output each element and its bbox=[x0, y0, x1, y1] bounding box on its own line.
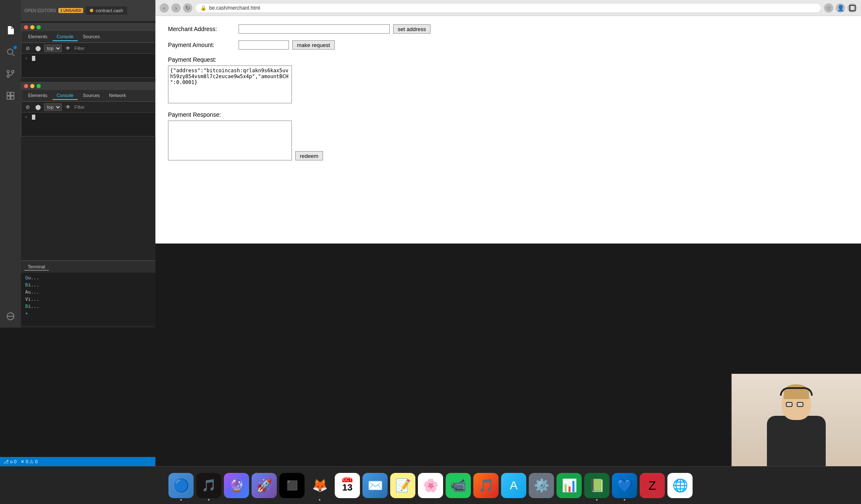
payment-amount-row: Payment Amount: make request bbox=[168, 40, 848, 50]
tab-network-bottom[interactable]: Network bbox=[105, 92, 130, 100]
eye-btn-top[interactable]: 👁 bbox=[64, 45, 72, 52]
dock-zotero[interactable]: Z bbox=[640, 473, 665, 498]
tab-sources-bottom[interactable]: Sources bbox=[79, 92, 104, 100]
minimize-btn-top[interactable] bbox=[30, 25, 34, 29]
devtools-toolbar-top: ⊘ ⬤ top 👁 Filter bbox=[21, 43, 155, 54]
dock-numbers[interactable]: 📊 bbox=[556, 473, 582, 498]
warning-count: 0 bbox=[35, 459, 37, 464]
glasses-left bbox=[786, 402, 793, 407]
webcam-person bbox=[732, 374, 861, 466]
browser-window: ‹ › ↻ 🔒 be.cash/merchant.html ☆ 👤 🔲 Merc… bbox=[155, 0, 861, 244]
refresh-button[interactable]: ↻ bbox=[183, 3, 192, 13]
dock-firefox[interactable]: 🦊 bbox=[307, 473, 332, 498]
maximize-btn-bottom[interactable] bbox=[37, 84, 41, 88]
dock-dot-vscode bbox=[624, 499, 625, 501]
minimize-btn-bottom[interactable] bbox=[30, 84, 34, 88]
terminal-tab-item[interactable]: Terminal bbox=[24, 263, 49, 270]
dock-music[interactable]: 🎵 bbox=[473, 473, 499, 498]
tab-elements-bottom[interactable]: Elements bbox=[24, 92, 52, 100]
merchant-address-input[interactable] bbox=[239, 24, 390, 34]
terminal-add-line[interactable]: + bbox=[25, 311, 151, 316]
macos-dock: 🔵 🎵 🔮 🚀 ⬛ 🦊 OCT 13 ✉️ 📝 🌸 📹 🎵 A bbox=[0, 466, 861, 504]
dock-chrome[interactable]: 🌐 bbox=[667, 473, 693, 498]
stop-btn-bottom[interactable]: ⬤ bbox=[34, 103, 42, 111]
frame-select-top[interactable]: top bbox=[44, 45, 62, 52]
clear-console-btn-bottom[interactable]: ⊘ bbox=[24, 103, 32, 111]
dock-vscode[interactable]: 💙 bbox=[612, 473, 637, 498]
vscode-statusbar: ⎇ o 0 ✕ 0 ⚠ 0 bbox=[0, 457, 155, 466]
window-controls-top[interactable] bbox=[24, 25, 41, 29]
statusbar-errors[interactable]: ✕ 0 ⚠ 0 bbox=[21, 459, 37, 465]
window-controls-bottom[interactable] bbox=[24, 84, 41, 88]
make-request-button[interactable]: make request bbox=[292, 40, 335, 50]
browser-toolbar: ‹ › ↻ 🔒 be.cash/merchant.html ☆ 👤 🔲 bbox=[155, 0, 861, 16]
payment-response-textarea[interactable] bbox=[168, 121, 292, 160]
set-address-button[interactable]: set address bbox=[393, 24, 430, 34]
glasses-right bbox=[797, 402, 803, 407]
payment-amount-input[interactable] bbox=[239, 40, 289, 50]
console-cursor-top[interactable] bbox=[32, 56, 35, 61]
dock-mail[interactable]: ✉️ bbox=[362, 473, 388, 498]
redeem-button[interactable]: redeem bbox=[295, 151, 323, 160]
close-btn-bottom[interactable] bbox=[24, 84, 28, 88]
terminal-line-5: Bi... bbox=[25, 304, 151, 309]
devtools-titlebar-top bbox=[21, 24, 155, 31]
svg-rect-6 bbox=[11, 92, 14, 95]
terminal-line-4: Vi... bbox=[25, 297, 151, 302]
browser-content: Merchant Address: set address Payment Am… bbox=[155, 16, 861, 243]
dock-photos[interactable]: 🌸 bbox=[418, 473, 443, 498]
dock-siri[interactable]: 🔮 bbox=[224, 473, 249, 498]
payment-request-label: Payment Request: bbox=[168, 56, 848, 63]
clear-console-btn-top[interactable]: ⊘ bbox=[24, 45, 32, 52]
bookmark-button[interactable]: ☆ bbox=[824, 3, 833, 13]
dock-dot-firefox bbox=[319, 499, 320, 501]
svg-rect-8 bbox=[11, 96, 14, 99]
frame-select-bottom[interactable]: top bbox=[44, 103, 62, 111]
sidebar-icon-search[interactable] bbox=[3, 45, 18, 59]
eye-btn-bottom[interactable]: 👁 bbox=[64, 103, 72, 111]
payment-request-textarea[interactable]: {"address":"bitcoincash:qrlakn9s6kax5uvh… bbox=[168, 66, 292, 103]
devtools-content-bottom: › bbox=[21, 113, 155, 121]
tab-console-bottom[interactable]: Console bbox=[52, 92, 78, 100]
console-cursor-bottom[interactable] bbox=[32, 115, 35, 120]
dock-spotify[interactable]: 🎵 bbox=[196, 473, 221, 498]
console-caret-top: › bbox=[25, 55, 28, 61]
tab-console-top[interactable]: Console bbox=[52, 33, 78, 41]
sidebar-icon-extensions[interactable] bbox=[3, 89, 18, 103]
svg-point-2 bbox=[12, 71, 14, 73]
file-tab[interactable]: contract.cash bbox=[86, 6, 127, 15]
dock-calendar[interactable]: OCT 13 bbox=[335, 473, 360, 498]
maximize-btn-top[interactable] bbox=[37, 25, 41, 29]
dock-appstore[interactable]: A bbox=[501, 473, 526, 498]
statusbar-git[interactable]: ⎇ o 0 bbox=[3, 459, 16, 465]
forward-button[interactable]: › bbox=[171, 3, 181, 13]
back-button[interactable]: ‹ bbox=[160, 3, 169, 13]
dock-facetime[interactable]: 📹 bbox=[446, 473, 471, 498]
dock-launchpad[interactable]: 🚀 bbox=[252, 473, 277, 498]
svg-point-3 bbox=[7, 75, 10, 78]
devtools-toolbar-bottom: ⊘ ⬤ top 👁 Filter bbox=[21, 102, 155, 113]
sidebar-icon-files[interactable] bbox=[3, 23, 18, 37]
unsaved-badge: 1 UNSAVED bbox=[58, 8, 83, 13]
devtools-panel-top: Elements Console Sources ⊘ ⬤ top 👁 Filte… bbox=[21, 23, 155, 78]
dock-terminal[interactable]: ⬛ bbox=[279, 473, 304, 498]
dock-finder[interactable]: 🔵 bbox=[168, 473, 194, 498]
devtools-tabs-bottom: Elements Console Sources Network bbox=[21, 90, 155, 102]
tab-sources-top[interactable]: Sources bbox=[79, 33, 104, 41]
address-bar[interactable]: 🔒 be.cash/merchant.html bbox=[195, 3, 822, 13]
devtools-titlebar-bottom bbox=[21, 82, 155, 90]
profile-button[interactable]: 👤 bbox=[836, 3, 845, 13]
filter-label-bottom: Filter bbox=[74, 105, 84, 110]
dock-systemprefs[interactable]: ⚙️ bbox=[529, 473, 554, 498]
git-icon: ⎇ bbox=[3, 459, 9, 465]
stop-btn-top[interactable]: ⬤ bbox=[34, 45, 42, 52]
tab-elements-top[interactable]: Elements bbox=[24, 33, 52, 41]
dock-excel[interactable]: 📗 bbox=[584, 473, 609, 498]
sidebar-icon-remote[interactable] bbox=[3, 309, 18, 323]
close-btn-top[interactable] bbox=[24, 25, 28, 29]
payment-response-label: Payment Response: bbox=[168, 111, 848, 118]
extensions-button[interactable]: 🔲 bbox=[848, 3, 857, 13]
dock-dot-excel bbox=[596, 499, 598, 501]
dock-notes[interactable]: 📝 bbox=[390, 473, 415, 498]
sidebar-icon-git[interactable] bbox=[3, 67, 18, 81]
